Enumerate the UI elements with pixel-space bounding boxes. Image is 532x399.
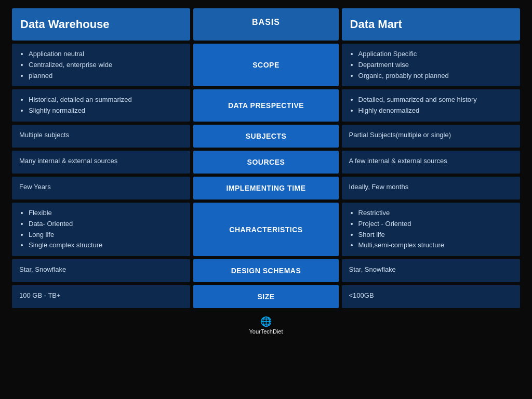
- dm-cell-0: Application SpecificDepartment wiseOrgan…: [342, 44, 520, 86]
- header-data-mart: Data Mart: [342, 8, 520, 41]
- dw-cell-5: FlexibleData- OrientedLong lifeSingle co…: [12, 203, 190, 256]
- dw-cell-7: 100 GB - TB+: [12, 285, 190, 308]
- footer-icon: 🌐: [249, 316, 283, 327]
- dm-cell-5: RestrictiveProject - OrientedShort lifeM…: [342, 203, 520, 256]
- dm-cell-2: Partial Subjects(multiple or single): [342, 125, 520, 148]
- basis-cell-2: SUBJECTS: [193, 125, 338, 148]
- dw-cell-3: Many internal & external sources: [12, 151, 190, 174]
- dm-cell-1: Detailed, summarized and some historyHig…: [342, 89, 520, 122]
- header-basis: BASIS: [193, 8, 338, 41]
- basis-cell-1: DATA PRESPECTIVE: [193, 89, 338, 122]
- footer: 🌐 YourTechDiet: [249, 316, 283, 335]
- basis-cell-4: IMPLEMENTING TIME: [193, 177, 338, 200]
- header-data-warehouse: Data Warehouse: [12, 8, 190, 41]
- basis-cell-0: SCOPE: [193, 44, 338, 86]
- dw-cell-1: Historical, detailed an summarizedSlight…: [12, 89, 190, 122]
- footer-label: YourTechDiet: [249, 328, 283, 335]
- dw-cell-4: Few Years: [12, 177, 190, 200]
- dw-cell-0: Application neutralCentralized, enterpri…: [12, 44, 190, 86]
- dm-cell-4: Ideally, Few months: [342, 177, 520, 200]
- basis-cell-3: SOURCES: [193, 151, 338, 174]
- basis-cell-6: DESIGN SCHEMAS: [193, 259, 338, 282]
- dw-cell-2: Multiple subjects: [12, 125, 190, 148]
- dm-cell-3: A few internal & external sources: [342, 151, 520, 174]
- dm-cell-6: Star, Snowflake: [342, 259, 520, 282]
- dm-cell-7: <100GB: [342, 285, 520, 308]
- dw-cell-6: Star, Snowflake: [12, 259, 190, 282]
- basis-cell-5: CHARACTERISTICS: [193, 203, 338, 256]
- basis-cell-7: SIZE: [193, 285, 338, 308]
- comparison-table: Data Warehouse BASIS Data Mart Applicati…: [9, 5, 523, 311]
